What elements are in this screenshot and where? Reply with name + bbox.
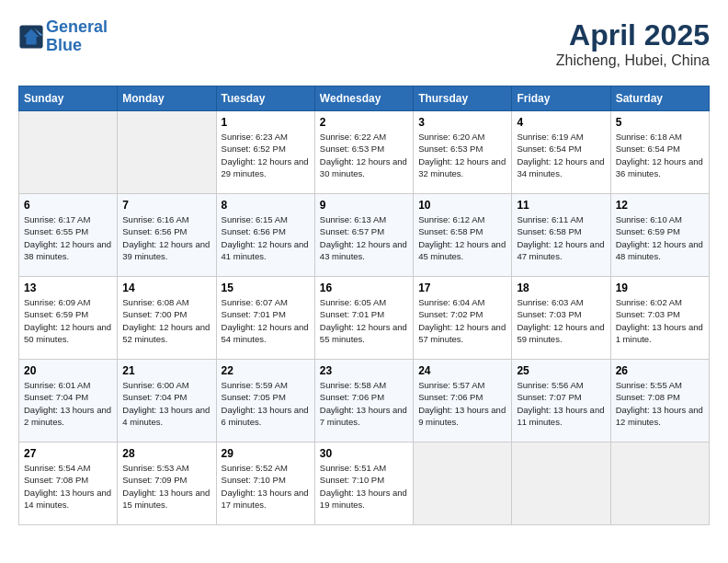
calendar-cell: 14Sunrise: 6:08 AMSunset: 7:00 PMDayligh…: [118, 277, 216, 360]
day-number: 29: [222, 447, 310, 460]
day-number: 14: [122, 282, 210, 294]
day-number: 5: [616, 116, 704, 129]
calendar-cell: 19Sunrise: 6:02 AMSunset: 7:03 PMDayligh…: [610, 277, 709, 360]
logo-line1: General: [46, 17, 108, 36]
calendar-cell: 23Sunrise: 5:58 AMSunset: 7:06 PMDayligh…: [314, 360, 413, 442]
calendar-cell: 28Sunrise: 5:53 AMSunset: 7:09 PMDayligh…: [118, 442, 216, 525]
day-detail: Sunrise: 5:51 AMSunset: 7:10 PMDaylight:…: [320, 462, 408, 511]
calendar-cell: 8Sunrise: 6:15 AMSunset: 6:56 PMDaylight…: [216, 194, 314, 277]
day-detail: Sunrise: 6:22 AMSunset: 6:53 PMDaylight:…: [320, 131, 408, 179]
day-detail: Sunrise: 6:09 AMSunset: 6:59 PMDaylight:…: [24, 296, 112, 345]
day-number: 10: [418, 199, 506, 212]
calendar-cell: 26Sunrise: 5:55 AMSunset: 7:08 PMDayligh…: [610, 360, 709, 442]
logo-line2: Blue: [46, 36, 82, 54]
calendar-cell: 7Sunrise: 6:16 AMSunset: 6:56 PMDaylight…: [118, 194, 216, 277]
day-detail: Sunrise: 6:19 AMSunset: 6:54 PMDaylight:…: [517, 131, 605, 179]
calendar-cell: 4Sunrise: 6:19 AMSunset: 6:54 PMDaylight…: [512, 111, 610, 194]
day-number: 15: [222, 282, 310, 294]
day-number: 11: [517, 199, 605, 212]
day-detail: Sunrise: 6:18 AMSunset: 6:54 PMDaylight:…: [616, 131, 704, 179]
weekday-header-wednesday: Wednesday: [314, 86, 413, 111]
day-number: 9: [320, 199, 408, 212]
day-number: 13: [24, 282, 112, 294]
calendar-cell: 11Sunrise: 6:11 AMSunset: 6:58 PMDayligh…: [512, 194, 610, 277]
day-number: 20: [24, 364, 112, 377]
calendar-cell: [19, 111, 118, 194]
day-detail: Sunrise: 6:20 AMSunset: 6:53 PMDaylight:…: [418, 131, 506, 179]
weekday-header-saturday: Saturday: [610, 86, 709, 111]
day-number: 8: [222, 199, 310, 212]
calendar-cell: 1Sunrise: 6:23 AMSunset: 6:52 PMDaylight…: [216, 111, 314, 194]
weekday-header-thursday: Thursday: [414, 86, 512, 111]
day-detail: Sunrise: 6:08 AMSunset: 7:00 PMDaylight:…: [122, 296, 210, 345]
weekday-header-tuesday: Tuesday: [216, 86, 314, 111]
logo: General Blue: [18, 18, 108, 55]
title-area: April 2025 Zhicheng, Hubei, China: [556, 18, 710, 69]
calendar-cell: [414, 442, 512, 525]
calendar-cell: [610, 442, 709, 525]
day-number: 23: [320, 364, 408, 377]
day-number: 21: [122, 364, 210, 377]
day-detail: Sunrise: 5:58 AMSunset: 7:06 PMDaylight:…: [320, 379, 408, 428]
calendar-cell: 12Sunrise: 6:10 AMSunset: 6:59 PMDayligh…: [610, 194, 709, 277]
calendar-cell: 6Sunrise: 6:17 AMSunset: 6:55 PMDaylight…: [19, 194, 118, 277]
calendar-table: SundayMondayTuesdayWednesdayThursdayFrid…: [18, 86, 710, 525]
calendar-cell: 20Sunrise: 6:01 AMSunset: 7:04 PMDayligh…: [19, 360, 118, 442]
day-number: 19: [616, 282, 704, 294]
day-detail: Sunrise: 6:15 AMSunset: 6:56 PMDaylight:…: [222, 213, 310, 262]
day-detail: Sunrise: 6:13 AMSunset: 6:57 PMDaylight:…: [320, 213, 408, 262]
calendar-cell: 15Sunrise: 6:07 AMSunset: 7:01 PMDayligh…: [216, 277, 314, 360]
day-number: 3: [418, 116, 506, 129]
calendar-cell: 3Sunrise: 6:20 AMSunset: 6:53 PMDaylight…: [414, 111, 512, 194]
day-detail: Sunrise: 5:54 AMSunset: 7:08 PMDaylight:…: [24, 462, 112, 511]
day-detail: Sunrise: 5:57 AMSunset: 7:06 PMDaylight:…: [418, 379, 506, 428]
day-number: 28: [122, 447, 210, 460]
calendar-cell: 13Sunrise: 6:09 AMSunset: 6:59 PMDayligh…: [19, 277, 118, 360]
calendar-week-5: 27Sunrise: 5:54 AMSunset: 7:08 PMDayligh…: [19, 442, 710, 525]
calendar-week-3: 13Sunrise: 6:09 AMSunset: 6:59 PMDayligh…: [19, 277, 710, 360]
day-detail: Sunrise: 6:10 AMSunset: 6:59 PMDaylight:…: [616, 213, 704, 262]
calendar-cell: 22Sunrise: 5:59 AMSunset: 7:05 PMDayligh…: [216, 360, 314, 442]
day-detail: Sunrise: 6:23 AMSunset: 6:52 PMDaylight:…: [222, 131, 310, 179]
day-number: 30: [320, 447, 408, 460]
calendar-cell: 18Sunrise: 6:03 AMSunset: 7:03 PMDayligh…: [512, 277, 610, 360]
day-detail: Sunrise: 5:53 AMSunset: 7:09 PMDaylight:…: [122, 462, 210, 511]
calendar-cell: 16Sunrise: 6:05 AMSunset: 7:01 PMDayligh…: [314, 277, 413, 360]
day-number: 27: [24, 447, 112, 460]
day-detail: Sunrise: 6:17 AMSunset: 6:55 PMDaylight:…: [24, 213, 112, 262]
logo-icon: [18, 24, 44, 50]
calendar-cell: 10Sunrise: 6:12 AMSunset: 6:58 PMDayligh…: [414, 194, 512, 277]
day-number: 18: [517, 282, 605, 294]
day-number: 1: [222, 116, 310, 129]
day-number: 12: [616, 199, 704, 212]
day-number: 26: [616, 364, 704, 377]
day-number: 2: [320, 116, 408, 129]
weekday-header-monday: Monday: [118, 86, 216, 111]
day-detail: Sunrise: 5:56 AMSunset: 7:07 PMDaylight:…: [517, 379, 605, 428]
calendar-cell: [118, 111, 216, 194]
calendar-cell: 9Sunrise: 6:13 AMSunset: 6:57 PMDaylight…: [314, 194, 413, 277]
day-detail: Sunrise: 6:01 AMSunset: 7:04 PMDaylight:…: [24, 379, 112, 428]
calendar-week-4: 20Sunrise: 6:01 AMSunset: 7:04 PMDayligh…: [19, 360, 710, 442]
calendar-cell: 17Sunrise: 6:04 AMSunset: 7:02 PMDayligh…: [414, 277, 512, 360]
day-detail: Sunrise: 5:59 AMSunset: 7:05 PMDaylight:…: [222, 379, 310, 428]
month-title: April 2025: [556, 18, 710, 52]
weekday-header-friday: Friday: [512, 86, 610, 111]
calendar-cell: 25Sunrise: 5:56 AMSunset: 7:07 PMDayligh…: [512, 360, 610, 442]
day-number: 24: [418, 364, 506, 377]
day-number: 22: [222, 364, 310, 377]
calendar-cell: 29Sunrise: 5:52 AMSunset: 7:10 PMDayligh…: [216, 442, 314, 525]
calendar-week-1: 1Sunrise: 6:23 AMSunset: 6:52 PMDaylight…: [19, 111, 710, 194]
location-title: Zhicheng, Hubei, China: [556, 52, 710, 69]
calendar-cell: 30Sunrise: 5:51 AMSunset: 7:10 PMDayligh…: [314, 442, 413, 525]
calendar-cell: 27Sunrise: 5:54 AMSunset: 7:08 PMDayligh…: [19, 442, 118, 525]
day-detail: Sunrise: 6:07 AMSunset: 7:01 PMDaylight:…: [222, 296, 310, 345]
day-detail: Sunrise: 6:02 AMSunset: 7:03 PMDaylight:…: [616, 296, 704, 345]
day-detail: Sunrise: 6:05 AMSunset: 7:01 PMDaylight:…: [320, 296, 408, 345]
day-detail: Sunrise: 5:52 AMSunset: 7:10 PMDaylight:…: [222, 462, 310, 511]
calendar-cell: 5Sunrise: 6:18 AMSunset: 6:54 PMDaylight…: [610, 111, 709, 194]
day-detail: Sunrise: 6:12 AMSunset: 6:58 PMDaylight:…: [418, 213, 506, 262]
calendar-week-2: 6Sunrise: 6:17 AMSunset: 6:55 PMDaylight…: [19, 194, 710, 277]
day-number: 7: [122, 199, 210, 212]
calendar-cell: 21Sunrise: 6:00 AMSunset: 7:04 PMDayligh…: [118, 360, 216, 442]
